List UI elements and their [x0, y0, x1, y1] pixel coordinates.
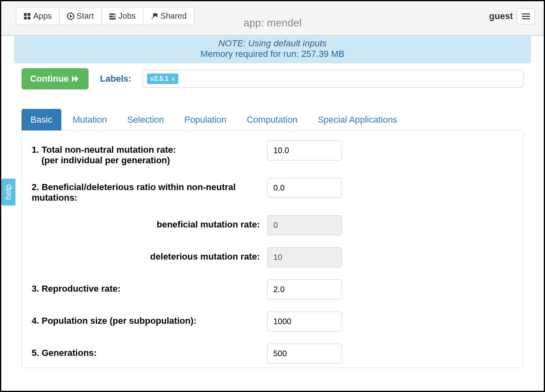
- label-generations: 5. Generations:: [32, 344, 267, 358]
- input-generations[interactable]: [267, 344, 342, 364]
- shared-label: Shared: [160, 11, 187, 21]
- label-ratio: 2. Beneficial/deleterious ratio within n…: [32, 178, 267, 203]
- grid-icon: [24, 13, 31, 20]
- forward-icon: [72, 76, 80, 82]
- apps-label: Apps: [33, 11, 52, 21]
- tab-population[interactable]: Population: [175, 109, 236, 131]
- svg-rect-3: [28, 17, 30, 19]
- header: Apps Start Jobs Shared app: mendel guest: [1, 1, 544, 36]
- controls-row: Continue Labels: v2.5.1 x: [1, 63, 544, 97]
- labels-input[interactable]: v2.5.1 x: [143, 70, 523, 88]
- svg-rect-13: [522, 18, 530, 19]
- input-reproductive-rate[interactable]: [267, 279, 342, 299]
- label-beneficial-rate: beneficial mutation rate:: [32, 215, 267, 230]
- note-bar: NOTE: Using default inputs Memory requir…: [14, 36, 531, 63]
- row-reproductive-rate: 3. Reproductive rate:: [32, 279, 513, 299]
- continue-label: Continue: [30, 74, 69, 84]
- svg-rect-1: [28, 13, 30, 16]
- tasks-icon: [109, 13, 116, 20]
- labels-label: Labels:: [100, 74, 131, 84]
- tag-text: v2.5.1: [150, 75, 168, 82]
- pin-icon: [151, 13, 158, 20]
- header-right: guest: [489, 8, 535, 24]
- play-circle-icon: [67, 13, 74, 20]
- row-population-size: 4. Population size (per subpopulation):: [32, 312, 513, 331]
- svg-rect-8: [109, 18, 116, 19]
- row-beneficial-rate: beneficial mutation rate:: [32, 215, 513, 235]
- continue-button[interactable]: Continue: [22, 68, 89, 89]
- svg-marker-5: [69, 15, 72, 17]
- svg-marker-15: [75, 76, 78, 82]
- row-mutation-rate: 1. Total non-neutral mutation rate: (per…: [32, 141, 513, 166]
- svg-rect-11: [522, 13, 530, 14]
- label-deleterious-rate: deleterious mutation rate:: [32, 247, 267, 262]
- tag-remove[interactable]: x: [172, 75, 175, 82]
- svg-rect-9: [114, 13, 116, 15]
- shared-button[interactable]: Shared: [143, 7, 195, 25]
- svg-rect-0: [24, 13, 27, 16]
- tab-mutation[interactable]: Mutation: [64, 109, 116, 131]
- help-tab[interactable]: help: [1, 179, 15, 206]
- label-population-size: 4. Population size (per subpopulation):: [32, 312, 267, 326]
- note-line-2: Memory required for run: 257.39 MB: [14, 49, 531, 59]
- row-deleterious-rate: deleterious mutation rate:: [32, 247, 513, 267]
- svg-rect-12: [522, 16, 530, 17]
- input-ratio[interactable]: [267, 178, 342, 198]
- nav-button-group: Apps Start Jobs Shared: [16, 7, 195, 25]
- menu-button[interactable]: [517, 8, 535, 24]
- input-mutation-rate[interactable]: [267, 141, 342, 160]
- start-label: Start: [77, 11, 94, 21]
- apps-button[interactable]: Apps: [16, 7, 60, 25]
- hamburger-icon: [522, 13, 530, 19]
- version-tag: v2.5.1 x: [147, 74, 178, 84]
- note-line-1: NOTE: Using default inputs: [14, 38, 531, 49]
- input-deleterious-rate: [267, 247, 342, 267]
- input-beneficial-rate: [267, 215, 342, 235]
- svg-rect-10: [112, 15, 116, 17]
- jobs-button[interactable]: Jobs: [102, 7, 143, 25]
- tab-selection[interactable]: Selection: [118, 109, 173, 131]
- tab-computation[interactable]: Computation: [238, 109, 307, 131]
- tab-special[interactable]: Special Applications: [309, 109, 406, 131]
- start-button[interactable]: Start: [60, 7, 102, 25]
- tabs: Basic Mutation Selection Population Comp…: [22, 109, 523, 131]
- tab-basic[interactable]: Basic: [22, 109, 61, 131]
- row-generations: 5. Generations:: [32, 344, 513, 364]
- svg-marker-14: [72, 76, 75, 82]
- app-title: app: mendel: [243, 17, 301, 29]
- label-mutation-rate: 1. Total non-neutral mutation rate: (per…: [32, 141, 267, 166]
- label-reproductive-rate: 3. Reproductive rate:: [32, 279, 267, 294]
- svg-rect-2: [24, 17, 27, 19]
- user-label: guest: [489, 11, 513, 22]
- tab-content-basic: 1. Total non-neutral mutation rate: (per…: [22, 130, 523, 368]
- row-ratio: 2. Beneficial/deleterious ratio within n…: [32, 178, 513, 203]
- jobs-label: Jobs: [119, 11, 136, 21]
- input-population-size[interactable]: [267, 312, 342, 331]
